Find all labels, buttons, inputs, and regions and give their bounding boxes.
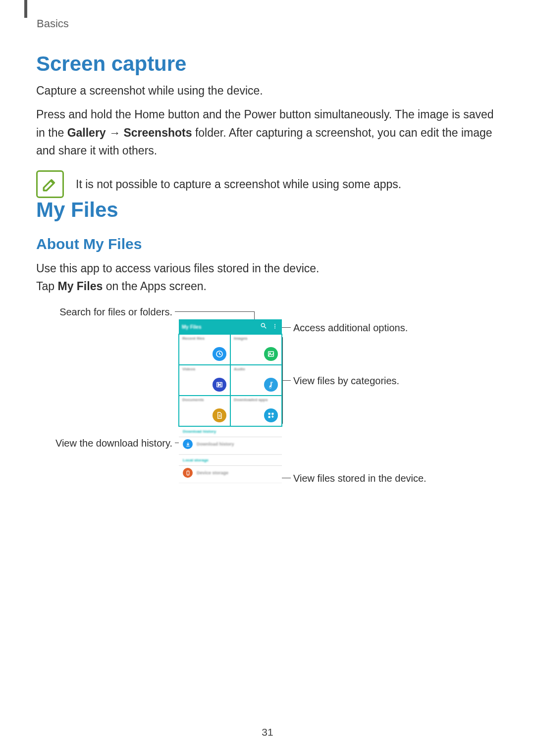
apps-download-icon (264, 408, 278, 422)
heading-my-files: My Files (36, 198, 497, 222)
svg-point-3 (274, 326, 275, 327)
phone-blank-area (179, 483, 282, 508)
callout-categories: View files by categories. (293, 375, 399, 387)
leader-line (283, 380, 291, 381)
category-label: Documents (182, 398, 227, 403)
leader-line (282, 337, 283, 423)
heading-screen-capture: Screen capture (36, 52, 497, 76)
section-tab-marker (24, 0, 27, 18)
section-screen-capture: Screen capture Capture a screenshot whil… (36, 52, 497, 198)
device-icon (183, 468, 193, 478)
device-storage-row[interactable]: Device storage (179, 466, 282, 483)
callout-search: Search for files or folders. (24, 306, 172, 318)
phone-mock: My Files Recent files Images (179, 319, 282, 525)
text: on the Apps screen. (103, 280, 207, 293)
category-audio[interactable]: Audio (230, 365, 282, 396)
screen-capture-body: Press and hold the Home button and the P… (36, 105, 497, 159)
svg-rect-16 (268, 413, 270, 415)
diagram-my-files: Search for files or folders. View the do… (36, 304, 497, 527)
download-icon (183, 439, 193, 449)
svg-rect-17 (271, 413, 273, 415)
category-downloaded-apps[interactable]: Downloaded apps (230, 396, 282, 426)
category-label: Images (234, 337, 278, 341)
download-history-row[interactable]: Download history (179, 437, 282, 454)
category-documents[interactable]: Documents (179, 396, 230, 426)
category-label: Downloaded apps (234, 398, 278, 403)
category-videos[interactable]: Videos (179, 365, 230, 396)
row-text: Device storage (197, 470, 228, 475)
download-history-section: Download history (179, 426, 282, 437)
svg-rect-18 (268, 416, 270, 418)
my-files-bold: My Files (57, 280, 103, 293)
svg-line-1 (265, 327, 267, 329)
local-storage-section: Local storage (179, 454, 282, 466)
category-label: Audio (234, 367, 278, 372)
category-label: Videos (182, 367, 227, 372)
note-text: It is not possible to capture a screensh… (76, 175, 401, 193)
category-recent-files[interactable]: Recent files (179, 334, 230, 365)
document-icon (213, 408, 226, 422)
phone-titlebar: My Files (179, 319, 282, 334)
svg-point-4 (274, 328, 275, 329)
note-icon (36, 170, 64, 198)
svg-point-0 (261, 323, 265, 327)
section-my-files: My Files About My Files Use this app to … (36, 198, 497, 296)
text: → (106, 126, 124, 139)
breadcrumb: Basics (37, 17, 69, 30)
text: Tap (36, 280, 57, 293)
category-grid: Recent files Images Videos (179, 334, 282, 426)
note-row: It is not possible to capture a screensh… (36, 170, 497, 198)
svg-rect-13 (271, 382, 271, 386)
more-options-icon[interactable] (272, 322, 278, 330)
leader-line (175, 311, 254, 312)
category-images[interactable]: Images (230, 334, 282, 365)
svg-point-12 (269, 386, 271, 387)
gallery-bold: Gallery (67, 126, 106, 139)
my-files-line1: Use this app to access various files sto… (36, 259, 497, 277)
clock-icon (213, 347, 226, 361)
phone-title: My Files (182, 324, 201, 330)
screen-capture-intro: Capture a screenshot while using the dev… (36, 82, 497, 100)
page-number: 31 (0, 726, 535, 738)
image-icon (264, 347, 278, 361)
film-icon (213, 378, 226, 392)
section-label: Download history (183, 429, 278, 434)
search-icon[interactable] (260, 322, 267, 329)
category-label: Recent files (182, 337, 227, 341)
callout-device-files: View files stored in the device. (293, 473, 427, 484)
page: Basics Screen capture Capture a screensh… (0, 0, 535, 756)
section-label: Local storage (183, 458, 278, 462)
svg-marker-11 (219, 384, 220, 386)
row-text: Download history (197, 442, 234, 447)
music-note-icon (264, 378, 278, 392)
callout-download-history: View the download history. (24, 438, 172, 449)
svg-point-2 (274, 324, 275, 325)
my-files-line2: Tap My Files on the Apps screen. (36, 277, 497, 295)
subheading-about-my-files: About My Files (36, 236, 497, 252)
screenshots-bold: Screenshots (123, 126, 192, 139)
callout-options: Access additional options. (293, 322, 408, 334)
